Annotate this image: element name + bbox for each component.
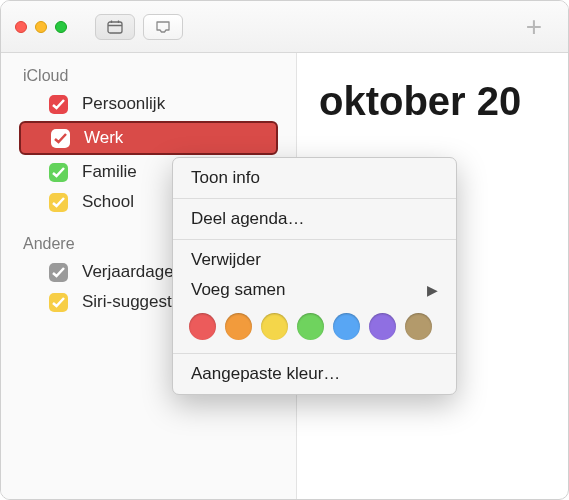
checkbox-icon[interactable] (49, 163, 68, 182)
calendar-item-label: Persoonlijk (82, 94, 165, 114)
menu-merge[interactable]: Voeg samen ▶ (173, 275, 456, 305)
menu-item-label: Toon info (191, 168, 260, 188)
toggle-sidebar-button[interactable] (95, 14, 135, 40)
svg-rect-0 (108, 22, 122, 33)
menu-item-label: Deel agenda… (191, 209, 304, 229)
month-title: oktober 20 (319, 79, 568, 124)
menu-separator (173, 353, 456, 354)
calendar-item-label: School (82, 192, 134, 212)
calendar-context-menu: Toon info Deel agenda… Verwijder Voeg sa… (172, 157, 457, 395)
color-swatch-brown[interactable] (405, 313, 432, 340)
close-window-button[interactable] (15, 21, 27, 33)
tray-icon (155, 20, 171, 34)
color-swatch-blue[interactable] (333, 313, 360, 340)
menu-separator (173, 239, 456, 240)
color-swatch-red[interactable] (189, 313, 216, 340)
color-swatch-green[interactable] (297, 313, 324, 340)
chevron-right-icon: ▶ (427, 282, 438, 298)
titlebar: + (1, 1, 568, 53)
group-header: iCloud (1, 59, 296, 89)
minimize-window-button[interactable] (35, 21, 47, 33)
menu-item-label: Aangepaste kleur… (191, 364, 340, 384)
plus-icon: + (526, 11, 542, 43)
calendar-item-persoonlijk[interactable]: Persoonlijk (1, 89, 296, 119)
inbox-button[interactable] (143, 14, 183, 40)
menu-item-label: Verwijder (191, 250, 261, 270)
calendar-item-werk[interactable]: Werk (19, 121, 278, 155)
color-swatch-row (173, 305, 456, 348)
calendar-item-label: Familie (82, 162, 137, 182)
menu-item-label: Voeg samen (191, 280, 286, 300)
color-swatch-purple[interactable] (369, 313, 396, 340)
menu-custom-color[interactable]: Aangepaste kleur… (173, 359, 456, 389)
window-controls (15, 21, 67, 33)
calendar-item-label: Werk (84, 128, 123, 148)
menu-separator (173, 198, 456, 199)
calendar-item-label: Verjaardagen (82, 262, 183, 282)
new-event-button[interactable]: + (514, 7, 554, 47)
checkbox-icon[interactable] (51, 129, 70, 148)
checkbox-icon[interactable] (49, 293, 68, 312)
color-swatch-yellow[interactable] (261, 313, 288, 340)
checkbox-icon[interactable] (49, 95, 68, 114)
color-swatch-orange[interactable] (225, 313, 252, 340)
checkbox-icon[interactable] (49, 193, 68, 212)
calendar-icon (107, 20, 123, 34)
menu-share[interactable]: Deel agenda… (173, 204, 456, 234)
zoom-window-button[interactable] (55, 21, 67, 33)
menu-delete[interactable]: Verwijder (173, 245, 456, 275)
menu-show-info[interactable]: Toon info (173, 163, 456, 193)
checkbox-icon[interactable] (49, 263, 68, 282)
